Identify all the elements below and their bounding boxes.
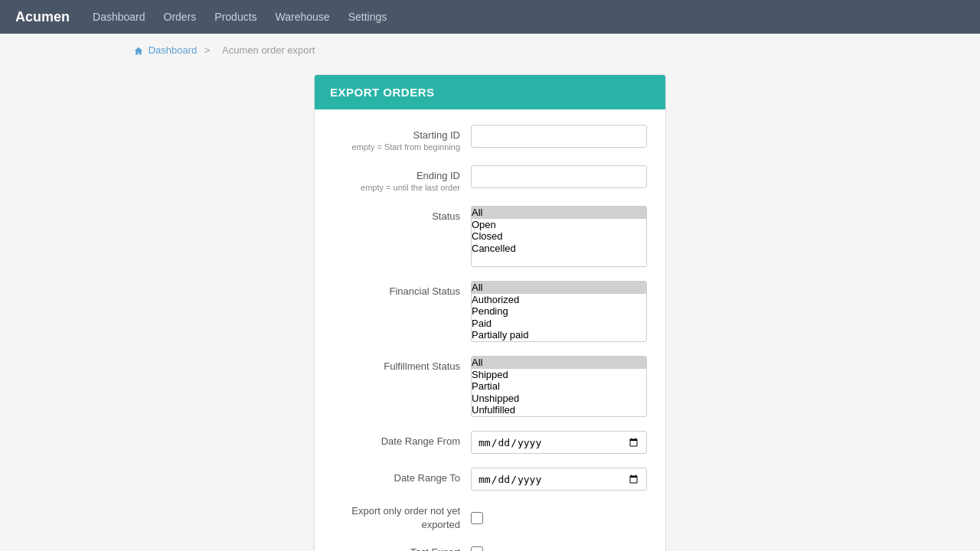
card-header: EXPORT ORDERS: [315, 75, 665, 109]
ending-id-input[interactable]: [471, 165, 647, 188]
ful-option-all: All: [472, 357, 646, 369]
status-select[interactable]: All Open Closed Cancelled: [471, 206, 647, 267]
nav-orders[interactable]: Orders: [164, 11, 197, 23]
test-export-group: Test Export: [333, 546, 647, 551]
starting-id-hint: empty = Start from beginning: [333, 142, 460, 152]
starting-id-group: Starting ID empty = Start from beginning: [333, 125, 647, 152]
date-to-input[interactable]: [471, 468, 647, 491]
date-from-input[interactable]: [471, 431, 647, 454]
ending-id-label: Ending ID: [333, 170, 460, 181]
status-option-cancelled: Cancelled: [472, 243, 646, 255]
test-export-checkbox[interactable]: [471, 546, 483, 551]
fulfillment-status-select[interactable]: All Shipped Partial Unshipped Unfulfille…: [471, 356, 647, 417]
fin-option-all: All: [472, 282, 646, 294]
date-to-group: Date Range To: [333, 468, 647, 491]
ending-id-hint: empty = until the last order: [333, 183, 460, 192]
fin-option-partially-paid: Partially paid: [472, 329, 646, 341]
export-only-label-group: Export only order not yet exported: [333, 504, 471, 532]
test-export-label: Test Export: [410, 546, 460, 551]
financial-status-label-group: Financial Status: [333, 281, 471, 297]
main-content: EXPORT ORDERS Starting ID empty = Start …: [0, 67, 980, 551]
nav-dashboard[interactable]: Dashboard: [93, 11, 145, 23]
date-to-label: Date Range To: [333, 472, 460, 484]
breadcrumb-current: Acumen order export: [222, 44, 315, 56]
fulfillment-status-label-group: Fulfillment Status: [333, 356, 471, 372]
fin-option-pending: Pending: [472, 305, 646, 318]
status-option-closed: Closed: [472, 230, 646, 243]
ful-option-partial: Partial: [472, 380, 646, 393]
date-from-label-group: Date Range From: [333, 431, 471, 447]
breadcrumb-separator: >: [204, 44, 211, 56]
financial-status-group: Financial Status All Authorized Pending …: [333, 281, 647, 342]
home-icon: [134, 47, 143, 56]
nav-settings[interactable]: Settings: [348, 11, 387, 23]
breadcrumb: Dashboard > Acumen order export: [0, 34, 980, 67]
nav-warehouse[interactable]: Warehouse: [276, 11, 330, 23]
starting-id-label-group: Starting ID empty = Start from beginning: [333, 125, 471, 152]
starting-id-label: Starting ID: [333, 129, 460, 141]
ful-option-shipped: Shipped: [472, 369, 646, 381]
card-title: EXPORT ORDERS: [330, 86, 435, 99]
nav-links: Dashboard Orders Products Warehouse Sett…: [93, 11, 387, 23]
ful-option-unshipped: Unshipped: [472, 393, 646, 405]
card-body: Starting ID empty = Start from beginning…: [315, 109, 665, 551]
status-label: Status: [333, 210, 460, 222]
fulfillment-status-label: Fulfillment Status: [333, 360, 460, 372]
date-to-label-group: Date Range To: [333, 468, 471, 484]
nav-products[interactable]: Products: [214, 11, 256, 23]
date-from-group: Date Range From: [333, 431, 647, 454]
financial-status-label: Financial Status: [333, 285, 460, 297]
status-option-open: Open: [472, 219, 646, 231]
ending-id-label-group: Ending ID empty = until the last order: [333, 165, 471, 192]
export-only-label: Export only order not yet exported: [351, 505, 460, 530]
ful-option-unfulfilled: Unfulfilled: [472, 404, 646, 416]
fin-option-authorized: Authorized: [472, 294, 646, 306]
starting-id-input[interactable]: [471, 125, 647, 148]
navbar: Acumen Dashboard Orders Products Warehou…: [0, 0, 980, 34]
financial-status-select[interactable]: All Authorized Pending Paid Partially pa…: [471, 281, 647, 342]
fulfillment-status-group: Fulfillment Status All Shipped Partial U…: [333, 356, 647, 417]
date-from-label: Date Range From: [333, 435, 460, 447]
export-only-group: Export only order not yet exported: [333, 504, 647, 532]
status-label-group: Status: [333, 206, 471, 222]
export-card: EXPORT ORDERS Starting ID empty = Start …: [314, 74, 666, 551]
status-group: Status All Open Closed Cancelled: [333, 206, 647, 267]
brand: Acumen: [15, 9, 70, 25]
ending-id-group: Ending ID empty = until the last order: [333, 165, 647, 192]
test-export-label-group: Test Export: [333, 546, 471, 551]
breadcrumb-home[interactable]: Dashboard: [149, 44, 198, 56]
status-option-all: All: [472, 207, 646, 219]
export-only-checkbox[interactable]: [471, 512, 483, 524]
fin-option-paid: Paid: [472, 318, 646, 330]
